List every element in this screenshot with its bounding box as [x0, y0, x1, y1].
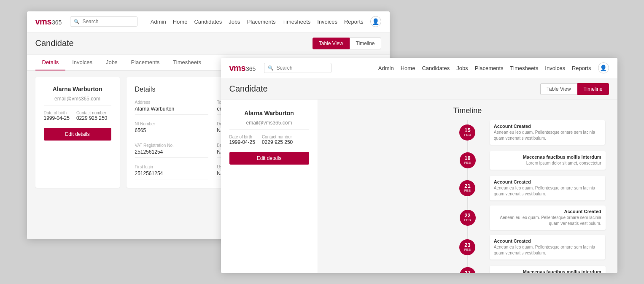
vat-label: VAT Registration No.	[135, 143, 209, 148]
logo-panel2: vms 365	[229, 63, 256, 73]
nav-placements-p2[interactable]: Placements	[475, 65, 504, 71]
tl-content-5: Maecenas faucibus mollis interdum Lorem …	[490, 266, 606, 273]
user-icon-panel2[interactable]: 👤	[598, 62, 609, 73]
badge-month-0: Feb	[464, 133, 471, 137]
address-label: Address	[135, 100, 209, 105]
logo-365-p2: 365	[246, 65, 256, 72]
badge-month-4: Feb	[464, 248, 471, 252]
tl-text-1: Lorem ipsum dolor sit amet, consectetur	[494, 160, 601, 166]
p2-timeline-view-btn[interactable]: Timeline	[577, 83, 609, 95]
nav-placements[interactable]: Placements	[247, 19, 276, 25]
nav-reports[interactable]: Reports	[344, 19, 364, 25]
p2-card-divider	[229, 129, 309, 130]
p2-contact-field: Contact number 0229 925 250	[262, 135, 293, 145]
search-box-panel1[interactable]: 🔍	[70, 16, 137, 27]
badge-day-0: 15	[464, 127, 470, 133]
p2-dob-label: Date of birth	[229, 135, 255, 139]
address-value: Alarna Warburton	[135, 106, 209, 115]
p2-dob-field: Date of birth 1999-04-25	[229, 135, 255, 145]
tl-badge-4: 23 Feb	[459, 239, 475, 255]
badge-day-1: 18	[464, 155, 470, 161]
p2-info-row: Date of birth 1999-04-25 Contact number …	[229, 135, 309, 145]
nav-jobs-p2[interactable]: Jobs	[456, 65, 468, 71]
view-toggle-panel2: Table View Timeline	[540, 83, 609, 95]
p2-page-header: Candidate Table View Timeline	[221, 79, 617, 100]
search-box-panel2[interactable]: 🔍	[264, 63, 331, 73]
timeline-item-1: Maecenas faucibus mollis interdum Lorem …	[330, 150, 606, 171]
table-view-btn[interactable]: Table View	[313, 38, 350, 49]
search-icon: 🔍	[74, 19, 80, 24]
firstlogin-value: 2512561254	[135, 170, 209, 179]
firstlogin-label: First login	[135, 165, 209, 169]
tl-title-0: Account Created	[494, 124, 601, 129]
timeline-item-4: 23 Feb Account Created Aenean eu leo qua…	[330, 235, 606, 260]
nav-timesheets[interactable]: Timesheets	[283, 19, 311, 25]
tab-timesheets[interactable]: Timesheets	[166, 55, 208, 70]
timeline-view-btn[interactable]: Timeline	[350, 38, 381, 49]
badge-day-5: 27	[464, 270, 470, 273]
search-icon-p2: 🔍	[268, 65, 274, 71]
nav-admin[interactable]: Admin	[151, 19, 166, 25]
timeline-item-5: Maecenas faucibus mollis interdum Lorem …	[330, 265, 606, 273]
edit-details-btn[interactable]: Edit details	[44, 128, 111, 141]
user-icon-panel1[interactable]: 👤	[370, 16, 381, 27]
tl-title-3: Account Created	[494, 209, 601, 214]
page-title-panel1: Candidate	[35, 38, 74, 48]
tl-content-1: Maecenas faucibus mollis interdum Lorem …	[490, 151, 606, 170]
candidate-name: Alarna Warburton	[53, 86, 102, 92]
tab-details[interactable]: Details	[35, 55, 66, 70]
tl-badge-2: 21 Feb	[459, 180, 475, 196]
nav-links-panel1: Admin Home Candidates Jobs Placements Ti…	[151, 16, 381, 27]
timeline-wrapper: 15 Feb Account Created Aenean eu leo qua…	[326, 120, 609, 273]
tl-badge-1: 18 Feb	[460, 152, 476, 168]
badge-day-3: 22	[464, 213, 470, 219]
tab-placements[interactable]: Placements	[124, 55, 166, 70]
nav-candidates[interactable]: Candidates	[194, 19, 222, 25]
nav-home[interactable]: Home	[173, 19, 188, 25]
tl-title-2: Account Created	[494, 179, 601, 184]
tl-text-0: Aenean eu leo quam. Pellentesque ornare …	[494, 130, 601, 141]
search-input-panel1[interactable]	[82, 19, 133, 24]
ni-value: 6565	[135, 127, 209, 136]
nav-invoices[interactable]: Invoices	[317, 19, 337, 25]
contact-value: 0229 925 250	[76, 115, 107, 121]
tab-jobs[interactable]: Jobs	[99, 55, 124, 70]
timeline-item-0: 15 Feb Account Created Aenean eu leo qua…	[330, 120, 606, 145]
p2-candidate-email: email@vms365.com	[246, 120, 292, 126]
logo-365: 365	[52, 19, 62, 26]
tl-title-4: Account Created	[494, 238, 601, 243]
contact-field: Contact number 0229 925 250	[76, 111, 107, 121]
card-divider	[44, 105, 111, 105]
detail-ni: NI Number 6565	[135, 122, 209, 136]
badge-day-2: 21	[464, 183, 470, 189]
tl-title-5: Maecenas faucibus mollis interdum	[494, 269, 601, 273]
nav-invoices-p2[interactable]: Invoices	[545, 65, 565, 71]
p2-dob-value: 1999-04-25	[229, 139, 255, 145]
tl-badge-3: 22 Feb	[460, 210, 476, 226]
logo-vms: vms	[35, 17, 52, 27]
search-input-panel2[interactable]	[276, 65, 327, 71]
timeline-panel: Timeline 15 Feb Account Crea	[318, 100, 617, 273]
nav-candidates-p2[interactable]: Candidates	[422, 65, 450, 71]
dob-label: Date of birth	[44, 111, 70, 115]
detail-firstlogin: First login 2512561254	[135, 165, 209, 179]
p2-contact-label: Contact number	[262, 135, 293, 139]
candidate-email: email@vms365.com	[54, 96, 100, 102]
nav-admin-p2[interactable]: Admin	[378, 65, 394, 71]
nav-timesheets-p2[interactable]: Timesheets	[510, 65, 539, 71]
nav-jobs[interactable]: Jobs	[229, 19, 240, 25]
tl-content-3: Account Created Aenean eu leo quam. Pell…	[490, 206, 606, 230]
dob-field: Date of birth 1999-04-25	[44, 111, 70, 121]
tl-content-0: Account Created Aenean eu leo quam. Pell…	[490, 120, 606, 145]
p2-table-view-btn[interactable]: Table View	[540, 83, 577, 95]
nav-home-p2[interactable]: Home	[401, 65, 415, 71]
view-toggle-panel1: Table View Timeline	[313, 38, 381, 49]
tab-invoices[interactable]: Invoices	[65, 55, 99, 70]
timeline-item-3: Account Created Aenean eu leo quam. Pell…	[330, 206, 606, 230]
dob-value: 1999-04-25	[44, 115, 70, 121]
p2-edit-details-btn[interactable]: Edit details	[229, 152, 309, 165]
nav-reports-p2[interactable]: Reports	[572, 65, 591, 71]
candidate-info-row: Date of birth 1999-04-25 Contact number …	[44, 111, 111, 121]
tl-title-1: Maecenas faucibus mollis interdum	[494, 154, 601, 160]
tl-content-2: Account Created Aenean eu leo quam. Pell…	[490, 176, 606, 200]
